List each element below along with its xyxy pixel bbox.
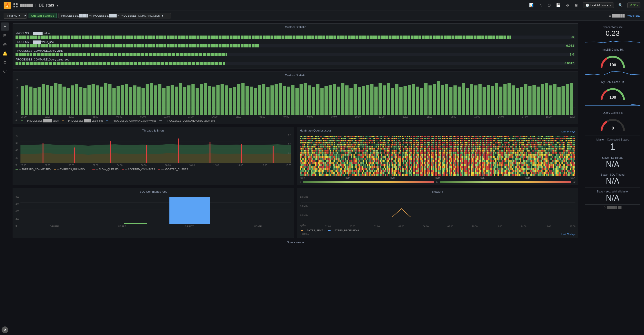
heatmap-cell	[531, 150, 532, 152]
svg-rect-80	[329, 85, 332, 115]
sidebar-item-grid[interactable]: ⊞	[1, 32, 9, 40]
user-avatar[interactable]: U	[2, 326, 8, 333]
heatmap-cell	[435, 150, 436, 152]
heatmap-cell	[466, 170, 468, 172]
heatmap-cell	[354, 158, 354, 160]
title-dropdown-arrow[interactable]: ▾	[57, 4, 58, 7]
heatmap-cell	[498, 164, 499, 166]
sidebar-item-bell[interactable]: 🔔	[1, 50, 9, 58]
search-icon-btn[interactable]: 🔍	[618, 2, 624, 8]
sidebar-item-gear[interactable]: ⚙	[1, 58, 9, 66]
heatmap-cell	[475, 174, 476, 176]
heatmap-cell	[414, 152, 415, 154]
heatmap-cell	[571, 140, 572, 142]
star-icon-btn[interactable]: ☆	[538, 2, 543, 8]
save-icon-btn[interactable]: 💾	[555, 2, 562, 8]
bar-segment	[214, 53, 214, 56]
bar-segment	[151, 62, 152, 65]
heatmap-cell	[572, 174, 574, 176]
heatmap-cell	[368, 166, 370, 168]
heatmap-cell	[469, 136, 470, 137]
heatmap-cell	[466, 150, 468, 152]
heatmap-cell	[422, 142, 424, 144]
heatmap-cell	[411, 166, 412, 168]
monitor-icon-btn[interactable]: 🖥	[574, 2, 579, 8]
heatmap-cell	[406, 140, 407, 142]
bar-segment	[216, 53, 217, 56]
heatmap-cell	[388, 152, 389, 154]
heatmap-cell	[421, 138, 422, 140]
heatmap-cell	[527, 140, 528, 142]
heatmap-cell	[518, 174, 518, 176]
heatmap-cell	[556, 174, 557, 176]
bar-segment	[150, 53, 151, 56]
heatmap-cell	[490, 168, 491, 170]
formula-dropdown[interactable]: PROCESSES.█████ + PROCESSES.████ + PROCE…	[58, 13, 171, 18]
heatmap-cell	[458, 156, 459, 158]
heatmap-cell	[340, 152, 341, 154]
bar-segment	[48, 62, 50, 65]
heatmap-cell	[412, 164, 414, 166]
heatmap-cell	[435, 148, 436, 150]
heatmap-cell	[461, 136, 462, 137]
share-icon-btn[interactable]: ⬡	[547, 2, 552, 8]
svg-rect-111	[458, 86, 461, 115]
heatmap-cell	[344, 150, 345, 152]
bar-seg	[477, 36, 478, 39]
sidebar-item-compass[interactable]: ◎	[1, 40, 9, 48]
settings-icon-btn[interactable]: ⚙	[565, 2, 570, 8]
heatmap-cell	[501, 172, 502, 174]
sidebar-item-plus[interactable]: +	[1, 22, 9, 30]
heatmap-cell	[480, 158, 481, 160]
heatmap-cell	[546, 140, 547, 142]
heatmap-cell	[451, 146, 452, 148]
dashboard-icon-btn[interactable]: 📊	[528, 2, 534, 8]
heatmap-cell	[476, 174, 477, 176]
heatmap-cell	[370, 154, 371, 156]
bar-segment	[95, 53, 96, 56]
heatmap-cell	[535, 164, 536, 166]
heatmap-cell	[304, 140, 305, 142]
heatmap-cell	[466, 138, 468, 140]
bar-segment	[234, 36, 236, 39]
bar-segment	[174, 36, 176, 39]
meos-site-link[interactable]: Meo's Site	[627, 14, 640, 17]
heatmap-cell	[417, 138, 418, 140]
heatmap-cell	[476, 158, 477, 160]
heatmap-cell	[545, 168, 546, 170]
heatmap-cell	[557, 174, 558, 176]
heatmap-cell	[476, 138, 477, 140]
heatmap-cell	[392, 142, 393, 144]
heatmap-cell	[315, 162, 316, 164]
heatmap-cell	[538, 138, 539, 140]
heatmap-cell	[501, 136, 502, 137]
heatmap-cell	[338, 170, 340, 172]
heatmap-cell	[495, 150, 496, 152]
heatmap-cell	[538, 170, 539, 172]
heatmap-cell	[395, 166, 396, 168]
heatmap-cell	[444, 162, 446, 164]
bar-segment	[22, 53, 23, 56]
heatmap-cell	[494, 150, 495, 152]
grid-icon[interactable]	[14, 3, 18, 8]
heatmap-cell	[552, 154, 553, 156]
sidebar-item-shield[interactable]: 🛡	[1, 68, 9, 76]
instance-dropdown[interactable]: Instance ▼	[4, 13, 27, 19]
heatmap-cell	[455, 138, 456, 140]
time-range-button[interactable]: 🕐 Last 24 hours ▾	[582, 2, 614, 8]
heatmap-cell	[519, 146, 520, 148]
heatmap-cell	[487, 144, 488, 146]
bar-segment	[38, 44, 39, 48]
heatmap-cell	[341, 154, 342, 156]
refresh-button[interactable]: ↺ 30s	[627, 2, 640, 8]
heatmap-cell	[386, 158, 388, 160]
heatmap-cell	[377, 172, 378, 174]
heatmap-cell	[519, 170, 520, 172]
bar-segment	[44, 62, 46, 65]
bar-seg	[292, 36, 294, 39]
heatmap-cell	[442, 158, 443, 160]
bar-segment	[72, 44, 74, 48]
heatmap-cell	[448, 160, 450, 162]
heatmap-cell	[518, 170, 518, 172]
bar-segment	[24, 62, 26, 65]
